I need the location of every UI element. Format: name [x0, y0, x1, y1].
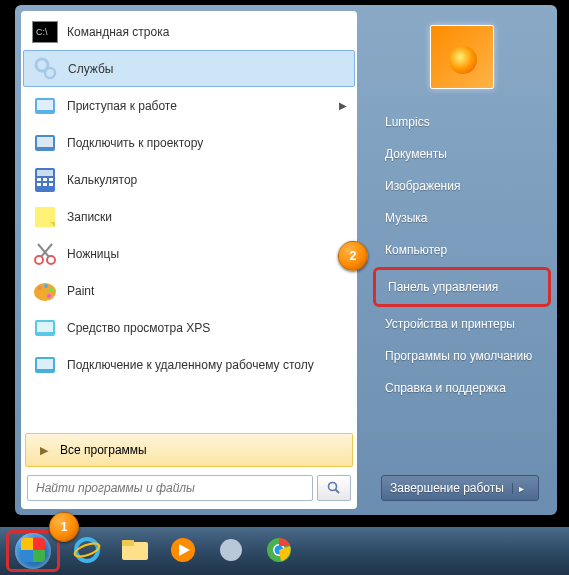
shutdown-button[interactable]: Завершение работы ▸	[381, 475, 539, 501]
svg-point-20	[38, 286, 42, 290]
search-icon	[327, 481, 341, 495]
taskbar-icon-media-player[interactable]	[160, 533, 206, 569]
taskbar-icon-chrome[interactable]	[256, 533, 302, 569]
right-pane-item[interactable]: Программы по умолчанию	[373, 341, 551, 371]
svg-line-29	[336, 490, 340, 494]
svg-point-22	[49, 288, 53, 292]
svg-point-30	[76, 539, 98, 561]
svg-rect-25	[37, 322, 53, 332]
chevron-right-icon: ▶	[339, 100, 347, 111]
windows-orb-icon	[15, 533, 51, 569]
chrome-icon	[265, 536, 293, 567]
search-input[interactable]	[27, 475, 313, 501]
program-label: Службы	[68, 62, 113, 76]
program-item-getting-started[interactable]: Приступая к работе▶	[23, 87, 355, 124]
svg-rect-10	[49, 178, 53, 181]
all-programs-button[interactable]: ▶ Все программы	[25, 433, 353, 467]
cmd-icon: C:\	[31, 18, 59, 46]
program-label: Подключить к проектору	[67, 136, 203, 150]
svg-point-21	[44, 284, 48, 288]
badge-1-text: 1	[61, 520, 68, 534]
svg-rect-3	[37, 100, 53, 110]
annotation-badge-2: 2	[338, 241, 368, 271]
explorer-icon	[120, 536, 150, 567]
program-item-rdp[interactable]: Подключение к удаленному рабочему столу	[23, 346, 355, 383]
program-item-sticky-notes[interactable]: Записки	[23, 198, 355, 235]
svg-rect-5	[37, 137, 53, 147]
svg-point-35	[220, 539, 242, 561]
ie-icon	[72, 535, 102, 568]
right-pane-item[interactable]: Панель управления	[373, 267, 551, 307]
sticky-notes-icon	[31, 203, 59, 231]
svg-point-23	[47, 294, 51, 298]
calculator-icon	[31, 166, 59, 194]
program-label: Командная строка	[67, 25, 169, 39]
right-pane-item[interactable]: Музыка	[373, 203, 551, 233]
chevron-right-icon[interactable]: ▸	[512, 483, 530, 494]
program-list: C:\Командная строкаСлужбыПриступая к раб…	[23, 13, 355, 431]
arrow-right-icon: ▶	[34, 444, 54, 457]
projector-icon	[31, 129, 59, 157]
annotation-badge-1: 1	[49, 512, 79, 542]
program-item-services[interactable]: Службы	[23, 50, 355, 87]
program-item-paint[interactable]: Paint	[23, 272, 355, 309]
right-item-label: Панель управления	[388, 280, 498, 294]
right-pane-item[interactable]: Документы	[373, 139, 551, 169]
badge-2-text: 2	[350, 249, 357, 263]
program-label: Ножницы	[67, 247, 119, 261]
program-label: Приступая к работе	[67, 99, 177, 113]
svg-rect-33	[122, 540, 134, 546]
right-pane-item[interactable]: Устройства и принтеры	[373, 309, 551, 339]
program-label: Средство просмотра XPS	[67, 321, 210, 335]
start-menu-right-pane: LumpicsДокументыИзображенияМузыкаКомпьют…	[357, 11, 551, 509]
start-menu: C:\Командная строкаСлужбыПриступая к раб…	[15, 5, 557, 515]
svg-point-28	[329, 483, 337, 491]
svg-rect-7	[37, 170, 53, 176]
start-menu-left-pane: C:\Командная строкаСлужбыПриступая к раб…	[21, 11, 357, 509]
right-item-label: Устройства и принтеры	[385, 317, 515, 331]
rdp-icon	[31, 351, 59, 379]
right-pane-item[interactable]: Справка и поддержка	[373, 373, 551, 403]
program-label: Записки	[67, 210, 112, 224]
svg-rect-9	[43, 178, 47, 181]
user-avatar[interactable]	[430, 25, 494, 89]
svg-point-1	[45, 68, 55, 78]
right-item-label: Музыка	[385, 211, 427, 225]
program-label: Калькулятор	[67, 173, 137, 187]
program-item-snipping[interactable]: Ножницы	[23, 235, 355, 272]
program-label: Paint	[67, 284, 94, 298]
svg-rect-12	[43, 183, 47, 186]
all-programs-label: Все программы	[60, 443, 147, 457]
snipping-icon	[31, 240, 59, 268]
right-item-label: Изображения	[385, 179, 460, 193]
right-item-label: Документы	[385, 147, 447, 161]
search-button[interactable]	[317, 475, 351, 501]
right-pane-item[interactable]: Изображения	[373, 171, 551, 201]
right-pane-item[interactable]: Lumpics	[373, 107, 551, 137]
search-row	[23, 469, 355, 507]
generic-icon	[217, 536, 245, 567]
svg-rect-11	[37, 183, 41, 186]
program-item-projector[interactable]: Подключить к проектору	[23, 124, 355, 161]
right-item-label: Компьютер	[385, 243, 447, 257]
shutdown-label: Завершение работы	[390, 481, 504, 495]
program-item-calculator[interactable]: Калькулятор	[23, 161, 355, 198]
taskbar-icon-generic[interactable]	[208, 533, 254, 569]
right-item-label: Справка и поддержка	[385, 381, 506, 395]
taskbar	[0, 527, 569, 575]
xps-icon	[31, 314, 59, 342]
right-pane-item[interactable]: Компьютер	[373, 235, 551, 265]
svg-rect-8	[37, 178, 41, 181]
program-label: Подключение к удаленному рабочему столу	[67, 358, 314, 372]
taskbar-icon-explorer[interactable]	[112, 533, 158, 569]
right-item-label: Lumpics	[385, 115, 430, 129]
program-item-cmd[interactable]: C:\Командная строка	[23, 13, 355, 50]
program-item-xps[interactable]: Средство просмотра XPS	[23, 309, 355, 346]
media-player-icon	[168, 535, 198, 568]
svg-rect-27	[37, 359, 53, 369]
svg-rect-13	[49, 183, 53, 186]
getting-started-icon	[31, 92, 59, 120]
right-item-label: Программы по умолчанию	[385, 349, 532, 363]
services-icon	[32, 55, 60, 83]
shutdown-row: Завершение работы ▸	[373, 475, 551, 501]
